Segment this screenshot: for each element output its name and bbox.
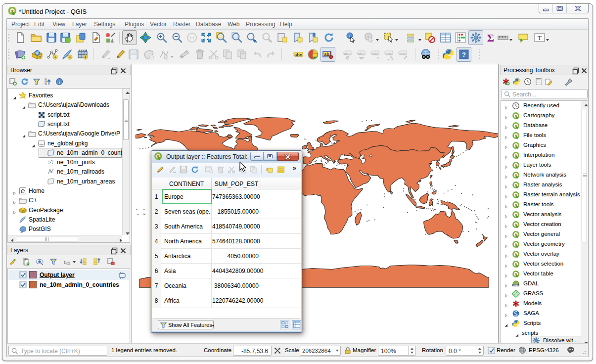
svg-text:ab: ab <box>324 52 329 57</box>
svg-text:abc: abc <box>294 52 302 57</box>
svg-text:abc: abc <box>344 51 351 56</box>
svg-text:T: T <box>538 34 542 42</box>
svg-text:Σ: Σ <box>487 32 494 44</box>
svg-text:?: ? <box>462 51 466 58</box>
svg-text:abc: abc <box>358 51 365 56</box>
svg-text:abc: abc <box>371 51 378 56</box>
svg-text:abc: abc <box>399 51 406 56</box>
svg-text:GDAL: GDAL <box>513 284 519 286</box>
svg-text:abc: abc <box>385 51 392 56</box>
svg-text:ε: ε <box>64 258 66 265</box>
svg-text:1:1: 1:1 <box>189 36 194 40</box>
